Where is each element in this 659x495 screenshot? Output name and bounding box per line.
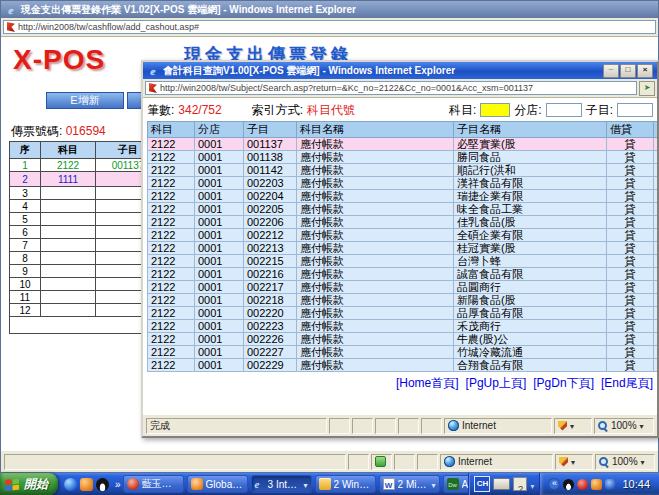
- maximize-button[interactable]: [620, 64, 636, 78]
- keyboard-icon[interactable]: [493, 478, 510, 490]
- taskbar-clock[interactable]: 10:44: [622, 478, 650, 490]
- red-app-icon[interactable]: [577, 479, 588, 490]
- subject-cell: 實: [654, 359, 658, 372]
- entry-cell: [41, 200, 96, 213]
- subject-cell: 002206: [244, 216, 297, 229]
- subject-cell: 應付帳款: [297, 190, 454, 203]
- taskbar-item[interactable]: 2 Wind...: [315, 475, 376, 493]
- subject-row[interactable]: 21220001002212應付帳款全碩企業有限貸實: [148, 229, 658, 242]
- popup-titlebar[interactable]: 會計科目查詢V1.00[X-POS 雲端網] - Windows Interne…: [143, 62, 657, 79]
- popup-url-input[interactable]: http://win2008/tw/Subject/Search.asp?ret…: [145, 81, 637, 95]
- subject-row[interactable]: 21220001001137應付帳款必堅實業(股貸實: [148, 138, 658, 151]
- main-titlebar[interactable]: 現金支出傳票登錄作業 V1.02[X-POS 雲端網] - Windows In…: [1, 1, 658, 18]
- branch-code-input[interactable]: [546, 103, 582, 117]
- main-status-bar: Internet 100%: [1, 450, 658, 472]
- subject-row[interactable]: 21220001002206應付帳款佳乳食品(股貸實: [148, 216, 658, 229]
- status-pane: [398, 418, 419, 434]
- subject-table-head-row: 科目分店子目科目名稱子目名稱借貸虛實: [148, 122, 658, 138]
- add-new-button[interactable]: E增新: [46, 92, 124, 109]
- ie-launch-icon[interactable]: [64, 478, 77, 491]
- subject-cell: 002217: [244, 281, 297, 294]
- subject-row[interactable]: 21220001001142應付帳款順記行(洪和貸實: [148, 164, 658, 177]
- status-pane: [329, 418, 350, 434]
- protected-mode-pane[interactable]: [555, 454, 593, 470]
- subject-row[interactable]: 21220001001138應付帳款勝同食品貸實: [148, 151, 658, 164]
- blue-app-icon[interactable]: [605, 479, 616, 490]
- taskbar-item[interactable]: Adobe D...: [443, 475, 469, 493]
- language-indicator[interactable]: CH: [474, 476, 490, 492]
- subject-row[interactable]: 21220001002229應付帳款合翔食品有限貸實: [148, 359, 658, 372]
- subject-row[interactable]: 21220001002213應付帳款桂冠實業(股貸實: [148, 242, 658, 255]
- subject-row[interactable]: 21220001002203應付帳款漢祥食品有限貸實: [148, 177, 658, 190]
- dw-icon: [447, 478, 459, 490]
- subject-row[interactable]: 21220001002217應付帳款品圓商行貸實: [148, 281, 658, 294]
- internet-globe-icon: [444, 456, 455, 467]
- zoom-pane[interactable]: 100%: [595, 454, 655, 470]
- minimize-button[interactable]: [603, 64, 619, 78]
- subject-cell: 實: [654, 346, 658, 359]
- language-options-icon[interactable]: [530, 475, 534, 493]
- taskbar-item[interactable]: GlobalS...: [187, 475, 248, 493]
- detail-code-input[interactable]: [617, 103, 653, 117]
- subject-row[interactable]: 21220001002215應付帳款台灣卜蜂貸實: [148, 255, 658, 268]
- go-icon[interactable]: [639, 81, 655, 96]
- taskbar-item[interactable]: 藍玉资...: [123, 475, 184, 493]
- subject-cell: 貸: [607, 151, 654, 164]
- subject-row[interactable]: 21220001002223應付帳款禾茂商行貸實: [148, 320, 658, 333]
- entry-cell: [41, 265, 96, 278]
- entry-cell: [41, 213, 96, 226]
- start-button[interactable]: 開始: [0, 473, 58, 495]
- subject-cell: 應付帳款: [297, 346, 454, 359]
- subject-cell: 0001: [195, 255, 244, 268]
- subject-cell: 應付帳款: [297, 294, 454, 307]
- taskbar-item[interactable]: 2 Micr...: [379, 475, 440, 493]
- subject-cell: 全碩企業有限: [454, 229, 607, 242]
- qq-icon[interactable]: [96, 478, 109, 491]
- status-pane: [394, 454, 415, 470]
- subject-col-header: 子目: [244, 122, 297, 138]
- subject-row[interactable]: 21220001002226應付帳款牛農(股)公貸實: [148, 333, 658, 346]
- subject-row[interactable]: 21220001002227應付帳款竹城冷藏流通貸實: [148, 346, 658, 359]
- taskbar-item-dropdown-icon[interactable]: [304, 479, 308, 490]
- subject-cell: 2122: [148, 268, 195, 281]
- taskbar-item[interactable]: 3 Inte...: [251, 475, 312, 493]
- subject-cell: 貸: [607, 164, 654, 177]
- qq-icon[interactable]: [563, 479, 574, 490]
- index-label: 索引方式:: [252, 102, 303, 119]
- protected-mode-pane[interactable]: [554, 418, 592, 434]
- media-app-icon[interactable]: [80, 478, 93, 491]
- pager-link[interactable]: [End尾頁]: [601, 375, 653, 392]
- popup-window-title: 會計科目查詢V1.00[X-POS 雲端網] - Windows Interne…: [163, 64, 455, 78]
- taskbar-item-dropdown-icon[interactable]: [432, 479, 436, 490]
- subject-row[interactable]: 21220001002218應付帳款新陽食品(股貸實: [148, 294, 658, 307]
- pager-link[interactable]: [Home首頁]: [396, 375, 459, 392]
- subject-row[interactable]: 21220001002216應付帳款誠富食品有限貸實: [148, 268, 658, 281]
- subject-cell: 應付帳款: [297, 177, 454, 190]
- subject-cell: 002229: [244, 359, 297, 372]
- entry-cell: [41, 291, 96, 304]
- subject-cell: 佳乳食品(股: [454, 216, 607, 229]
- subject-row[interactable]: 21220001002220應付帳款品厚食品有限貸實: [148, 307, 658, 320]
- close-button[interactable]: [637, 64, 653, 78]
- subject-cell: 貸: [607, 190, 654, 203]
- help-icon[interactable]: [513, 477, 527, 491]
- subject-code-input[interactable]: [480, 103, 510, 117]
- entry-cell: [41, 252, 96, 265]
- subject-row[interactable]: 21220001002205應付帳款味全食品工業貸實: [148, 203, 658, 216]
- tray-collapse-icon[interactable]: [548, 478, 560, 490]
- subject-cell: 應付帳款: [297, 242, 454, 255]
- entry-cell: 3: [10, 187, 41, 200]
- subject-cell: 貸: [607, 268, 654, 281]
- orange-app-icon[interactable]: [591, 479, 602, 490]
- entry-cell: 10: [10, 278, 41, 291]
- subject-cell: 貸: [607, 320, 654, 333]
- pager-link[interactable]: [PgUp上頁]: [466, 375, 527, 392]
- main-url-input[interactable]: http://win2008/tw/cashflow/add_cashout.a…: [3, 20, 656, 34]
- subject-row[interactable]: 21220001002204應付帳款瑞捷企業有限貸實: [148, 190, 658, 203]
- zoom-pane[interactable]: 100%: [594, 418, 654, 434]
- pager-link[interactable]: [PgDn下頁]: [533, 375, 594, 392]
- subject-col-header: 分店: [195, 122, 244, 138]
- entry-col-header: 科目: [41, 142, 96, 159]
- windows-logo-icon: [5, 478, 20, 491]
- language-bar: CH: [468, 473, 539, 495]
